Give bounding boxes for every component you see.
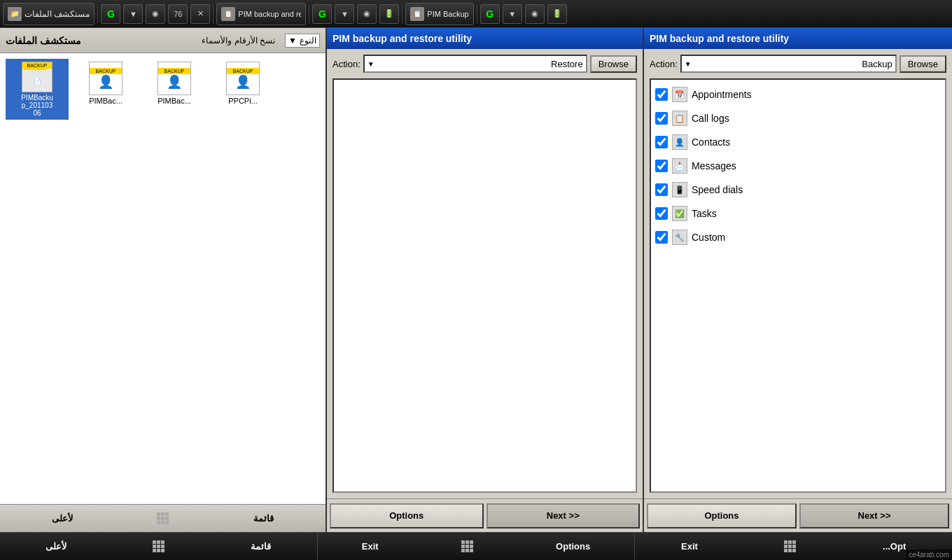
tb-bottom-back[interactable]: لأعلى [46,541,66,552]
checkbox-contacts[interactable] [655,136,668,148]
g-btn-3[interactable]: G [480,4,500,24]
appointments-label: Appointments [692,89,752,100]
pim-backup-options-btn[interactable]: Options [647,503,797,528]
messages-label: Messages [692,160,736,172]
checkbox-custom[interactable] [655,231,668,244]
appointments-icon: 📅 [672,87,687,102]
g-btn-2[interactable]: G [312,4,332,24]
check-item-speeddials: 📱 Speed dials [654,178,942,202]
taskbar-bottom: لأعلى قائمة Exit Options Exit Opt... [0,532,952,560]
file-item-1[interactable]: BACKUP 📄 PIMBackup_20110306 [6,59,69,120]
grid-icon-explorer [157,512,169,524]
speeddials-label: Speed dials [692,184,743,195]
checkbox-speeddials[interactable] [655,183,668,196]
tb-bottom-explorer-section: لأعلى قائمة [0,533,318,560]
tb-bottom-grid-3 [784,540,796,552]
file-item-2[interactable]: BACKUP 👤 PIMBac... [74,59,137,120]
backup-checklist: 📅 Appointments 📋 Call logs 👤 Contacts [651,80,945,252]
header-tabs: نسخ الأرقام والأسماء [197,34,279,47]
contacts-icon: 👤 [672,134,687,150]
restore-browse-btn[interactable]: Browse [590,55,637,73]
menu-btn[interactable]: قائمة [245,510,282,526]
pim-restore-title-text: PIM backup and restore utility [332,33,472,44]
type-dropdown[interactable]: النوع ▼ [285,34,320,48]
taskbar-app-pim2[interactable]: 📋 PIM Backup [405,3,473,25]
type-dropdown-label: النوع [300,36,316,46]
file-explorer-panel: النوع ▼ نسخ الأرقام والأسماء مستكشف المل… [0,28,327,532]
explorer-body: BACKUP 📄 PIMBackup_20110306 BACKUP 👤 PIM… [0,53,326,504]
check-item-custom: 🔧 Custom [654,225,942,249]
checkbox-calllogs[interactable] [655,112,668,125]
pim-backup-content: 📅 Appointments 📋 Call logs 👤 Contacts [650,78,946,493]
g-btn-1[interactable]: G [101,4,120,24]
tb-bottom-options-2[interactable]: Opt... [883,541,906,552]
signal-icon-3: ▼ [503,4,522,24]
tb-bottom-menu[interactable]: قائمة [251,541,271,552]
checkbox-appointments[interactable] [655,88,668,101]
pim-backup-body: Action: ▼ Backup Browse 📅 Appointments [644,49,952,498]
tasks-label: Tasks [692,208,717,219]
separator-5 [477,4,477,24]
file-name-4: PPCPi... [228,97,258,105]
taskbar-app-explorer[interactable]: 📁 مستكشف الملفات [3,3,94,25]
restore-dropdown-arrow: ▼ [368,60,374,68]
tb-bottom-exit-2[interactable]: Exit [681,541,698,552]
pim-restore-panel: PIM backup and restore utility Action: ▼… [327,28,644,532]
tb-bottom-options-1[interactable]: Options [556,541,590,552]
checkbox-messages[interactable] [655,160,668,172]
pim-restore-dropdown[interactable]: ▼ Restore [363,55,587,73]
check-item-messages: 📩 Messages [654,154,942,178]
pim-backup-next-btn[interactable]: Next >> [799,503,949,528]
pim-backup-title: PIM backup and restore utility [644,28,952,49]
tab-copy[interactable]: نسخ الأرقام والأسماء [197,34,279,47]
close-icon-1[interactable]: ✕ [190,4,210,24]
battery-icon-2: 🔋 [379,4,399,24]
pim-restore-footer: Options Next >> [327,498,643,532]
file-name-1: PIMBackup_20110306 [21,94,53,117]
taskbar-app-pim1[interactable]: 📋 PIM backup and restore utility [216,3,306,25]
pim-backup-action-label: Action: [650,59,678,69]
pim-restore-options-btn[interactable]: Options [330,503,484,528]
tb-bottom-backup-section: Exit Opt... [635,533,952,560]
speeddials-icon: 📱 [672,182,687,197]
pim-restore-content [332,78,637,493]
separator-2 [213,4,214,24]
checkbox-tasks[interactable] [655,207,668,220]
battery-icon-1: 76 [168,4,188,24]
pim-restore-next-btn[interactable]: Next >> [486,503,640,528]
check-item-appointments: 📅 Appointments [654,83,942,106]
tb-bottom-grid-1 [153,540,164,552]
pim-restore-title: PIM backup and restore utility [327,28,643,49]
signal-icon-1: ▼ [123,4,143,24]
tb-bottom-grid-2 [461,540,473,552]
pim-backup-action-row: Action: ▼ Backup Browse [650,55,946,73]
pim-backup-dropdown[interactable]: ▼ Backup [680,55,897,73]
pim1-icon: 📋 [221,7,235,21]
file-icon-2: BACKUP 👤 [89,62,122,95]
pim2-app-label: PIM Backup [427,10,468,18]
calllogs-icon: 📋 [672,111,687,126]
separator-1 [97,4,98,24]
custom-icon: 🔧 [672,230,687,245]
file-item-3[interactable]: BACKUP 👤 PIMBac... [143,59,206,120]
pim-restore-action-row: Action: ▼ Restore Browse [332,55,637,73]
status-icon-2: ◉ [357,4,377,24]
explorer-footer: لأعلى قائمة [0,504,326,532]
file-name-2: PIMBac... [89,97,122,105]
check-item-calllogs: 📋 Call logs [654,106,942,130]
type-dropdown-arrow: ▼ [288,36,297,46]
pim1-app-label: PIM backup and restore utility [238,10,301,18]
explorer-title: مستكشف الملفات [6,35,81,46]
pim-restore-body: Action: ▼ Restore Browse [327,49,643,498]
pim-backup-footer: Options Next >> [644,498,952,532]
battery-icon-3: 🔋 [547,4,567,24]
file-item-4[interactable]: BACKUP 👤 PPCPi... [211,59,274,120]
tb-bottom-exit-1[interactable]: Exit [362,541,379,552]
back-btn[interactable]: لأعلى [43,510,81,526]
separator-4 [402,4,402,24]
check-item-tasks: ✅ Tasks [654,202,942,225]
backup-browse-btn[interactable]: Browse [899,55,946,73]
contacts-label: Contacts [692,136,730,148]
pim-backup-title-text: PIM backup and restore utility [650,33,789,44]
separator-3 [309,4,309,24]
